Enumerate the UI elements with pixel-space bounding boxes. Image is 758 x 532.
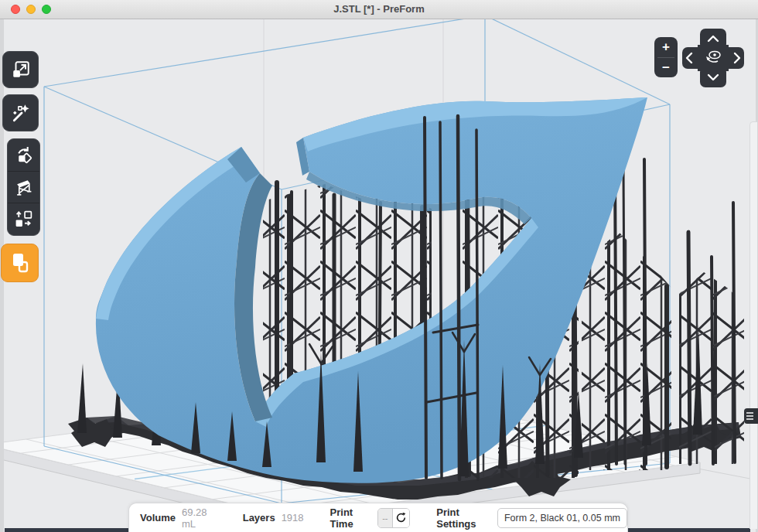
print-settings-label: Print Settings	[436, 506, 490, 530]
status-bar: Volume 69.28 mL Layers 1918 Print Time -…	[128, 503, 628, 532]
window-title: J.STL [*] - PreForm	[0, 3, 758, 15]
view-pad	[681, 27, 746, 89]
right-flyout-panel-edge	[749, 121, 757, 529]
zoom-out-button[interactable]: −	[654, 58, 678, 78]
preform-window: J.STL [*] - PreForm	[0, 0, 758, 532]
layers-label: Layers	[243, 512, 275, 523]
print-time-value: --	[378, 509, 393, 527]
recalculate-print-time-button[interactable]	[393, 509, 409, 527]
recalculate-icon	[395, 512, 407, 523]
model-list-icon	[746, 412, 753, 414]
layers-value: 1918	[282, 512, 304, 523]
one-click-orient-button[interactable]	[2, 94, 39, 131]
edit-tools-group	[7, 138, 40, 236]
volume-label: Volume	[140, 512, 176, 523]
print-settings-selector[interactable]: Form 2, Black 01, 0.05 mm	[497, 508, 627, 528]
volume-value: 69.28 mL	[182, 506, 217, 530]
print-time-control: --	[377, 508, 410, 528]
layout-tool-button[interactable]	[8, 203, 39, 235]
print-settings-value: Form 2, Black 01, 0.05 mm	[504, 513, 620, 523]
scale-icon	[11, 60, 31, 80]
print-icon	[9, 251, 31, 275]
print-button[interactable]	[1, 244, 39, 282]
zoom-control: + −	[654, 37, 678, 77]
magic-wand-icon	[11, 103, 31, 123]
viewport-3d[interactable]	[0, 19, 758, 532]
print-time-label: Print Time	[330, 506, 370, 530]
zoom-in-button[interactable]: +	[654, 37, 678, 57]
rotate-icon	[14, 145, 33, 165]
supports-icon	[14, 178, 33, 197]
rotate-tool-button[interactable]	[8, 139, 39, 171]
title-bar: J.STL [*] - PreForm	[0, 0, 758, 19]
supports-tool-button[interactable]	[8, 171, 39, 203]
scale-tool-button[interactable]	[2, 51, 39, 88]
model-list-flyout-button[interactable]	[744, 408, 758, 424]
layout-icon	[14, 210, 33, 229]
